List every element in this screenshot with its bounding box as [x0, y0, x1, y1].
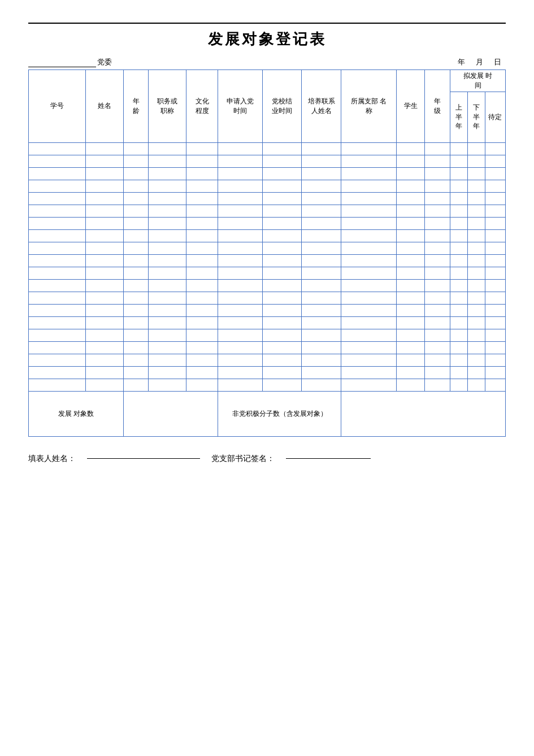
- table-row: [29, 316, 506, 329]
- page-title: 发展对象登记表: [28, 29, 506, 49]
- summary-fazazhan: 发展 对象数: [29, 391, 124, 436]
- table-row: [29, 329, 506, 341]
- header-peiyang: 培养联系人姓名: [302, 70, 341, 143]
- table-row: [29, 254, 506, 267]
- header-nianling: 年龄: [123, 70, 149, 143]
- header-nianji: 年级: [425, 70, 450, 143]
- table-row: [29, 354, 506, 366]
- table-row: [29, 292, 506, 304]
- dangwei-blank-line: [28, 67, 96, 67]
- table-row: [29, 192, 506, 205]
- table-row: [29, 341, 506, 354]
- dangwei-section: 党委: [28, 57, 112, 67]
- main-table: 学号 姓名 年龄 职务或职称 文化程度 申请入党时间 党校结业时间 培养联系人姓…: [28, 69, 506, 437]
- table-row: [29, 304, 506, 316]
- table-row: [29, 205, 506, 217]
- table-row: [29, 366, 506, 379]
- table-row: [29, 142, 506, 155]
- secretary-label: 党支部书记签名：: [211, 454, 275, 464]
- date-label: 年 月 日: [458, 57, 506, 67]
- secretary-blank-line: [286, 458, 371, 459]
- header-row-1: 学号 姓名 年龄 职务或职称 文化程度 申请入党时间 党校结业时间 培养联系人姓…: [29, 70, 506, 92]
- header-xia: 下半年: [467, 92, 485, 142]
- filler-label: 填表人姓名：: [28, 454, 76, 464]
- header-suoshu: 所属支部 名称: [341, 70, 397, 143]
- header-info-row: 党委 年 月 日: [28, 57, 506, 67]
- table-row: [29, 267, 506, 279]
- summary-feizhan: 非党积极分子数（含发展对象）: [218, 391, 341, 436]
- header-xingming: 姓名: [85, 70, 123, 143]
- table-row: [29, 167, 506, 180]
- table-row: [29, 279, 506, 292]
- table-row: [29, 217, 506, 229]
- header-zhiwu: 职务或职称: [149, 70, 186, 143]
- header-wenhua: 文化程度: [186, 70, 218, 143]
- table-row: [29, 242, 506, 254]
- footer-section: 填表人姓名： 党支部书记签名：: [28, 454, 506, 464]
- dangwei-label: 党委: [97, 57, 112, 67]
- filler-blank-line: [87, 458, 200, 459]
- header-daiding: 待定: [485, 92, 505, 142]
- header-shenqing: 申请入党时间: [218, 70, 262, 143]
- header-shang: 上半年: [450, 92, 468, 142]
- header-dangxiao: 党校结业时间: [262, 70, 302, 143]
- header-xuesheng: 学生: [397, 70, 425, 143]
- table-row: [29, 229, 506, 242]
- table-row: [29, 180, 506, 192]
- table-row: [29, 379, 506, 391]
- header-nizhan: 拟发展 时间: [450, 70, 506, 92]
- header-xuehao: 学号: [29, 70, 86, 143]
- summary-row: 发展 对象数 非党积极分子数（含发展对象）: [29, 391, 506, 436]
- top-border: [28, 23, 506, 24]
- table-row: [29, 155, 506, 167]
